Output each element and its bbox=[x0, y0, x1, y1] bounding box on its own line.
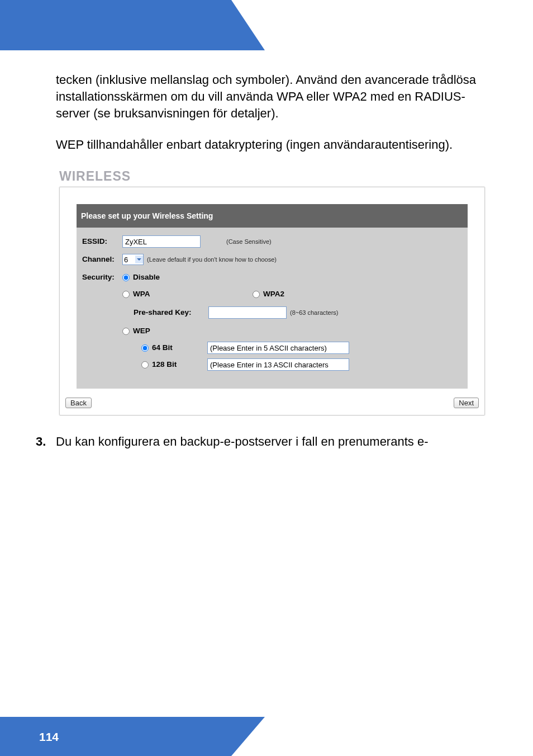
security-wep-radio[interactable] bbox=[122, 328, 130, 335]
step-3: 3. Du kan konfigurera en backup-e-postse… bbox=[36, 433, 496, 450]
wep-64bit-label: 64 Bit bbox=[152, 339, 173, 356]
security-wpa2-label: WPA2 bbox=[263, 286, 284, 303]
panel-heading: Please set up your Wireless Setting bbox=[77, 204, 468, 228]
security-wpa-radio[interactable] bbox=[122, 291, 130, 298]
back-button[interactable]: Back bbox=[65, 398, 92, 408]
wep-128bit-input[interactable] bbox=[207, 358, 349, 371]
channel-select-wrap: 6 bbox=[122, 254, 144, 265]
security-disable-radio[interactable] bbox=[122, 274, 130, 281]
wireless-settings-screenshot: Please set up your Wireless Setting ESSI… bbox=[59, 187, 485, 415]
paragraph-1: tecken (inklusive mellanslag och symbole… bbox=[56, 72, 496, 122]
security-wpa2-radio[interactable] bbox=[253, 291, 260, 298]
security-wep-label: WEP bbox=[133, 323, 150, 339]
wep-128bit-label: 128 Bit bbox=[152, 356, 177, 373]
essid-label: ESSID: bbox=[82, 233, 122, 250]
header-band-cut bbox=[265, 0, 533, 50]
wireless-heading: WIRELESS bbox=[59, 168, 496, 185]
wep-64bit-radio[interactable] bbox=[141, 344, 149, 352]
page-body: tecken (inklusive mellanslag och symbole… bbox=[56, 72, 496, 450]
security-disable-label: Disable bbox=[133, 269, 160, 286]
form-area: ESSID: (Case Sensitive) Channel: 6 bbox=[77, 228, 468, 389]
paragraph-2: WEP tillhandahåller enbart datakrypterin… bbox=[56, 136, 496, 153]
psk-input[interactable] bbox=[208, 306, 287, 319]
psk-label: Pre-shared Key: bbox=[134, 304, 208, 321]
next-button[interactable]: Next bbox=[454, 398, 479, 408]
wep-128bit-radio[interactable] bbox=[141, 361, 149, 368]
footer-band-cut bbox=[265, 717, 533, 756]
channel-hint: (Leave default if you don't know how to … bbox=[147, 251, 277, 268]
essid-input[interactable] bbox=[122, 235, 201, 248]
psk-hint: (8~63 characters) bbox=[290, 304, 339, 321]
security-label: Security: bbox=[82, 269, 122, 286]
security-wpa-label: WPA bbox=[133, 286, 208, 303]
wep-64bit-input[interactable] bbox=[207, 342, 349, 354]
channel-select[interactable]: 6 bbox=[122, 254, 144, 265]
step-3-text: Du kan konfigurera en backup-e-postserve… bbox=[56, 433, 428, 450]
channel-label: Channel: bbox=[82, 251, 122, 268]
essid-hint: (Case Sensitive) bbox=[226, 233, 272, 250]
step-3-number: 3. bbox=[36, 433, 56, 450]
page-number: 114 bbox=[39, 730, 59, 744]
